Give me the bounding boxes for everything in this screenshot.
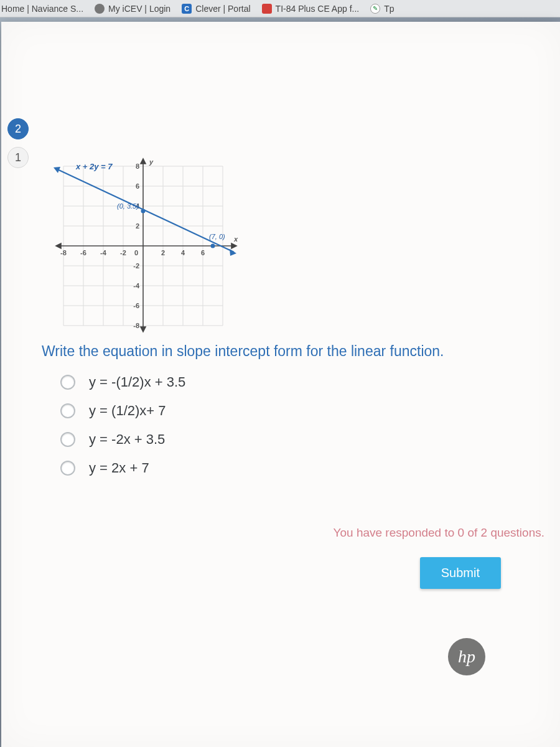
bookmark-label: Tp: [384, 4, 394, 14]
bookmark-ti84[interactable]: TI-84 Plus CE App f...: [262, 4, 360, 14]
icev-icon: [95, 4, 105, 14]
clever-icon: C: [182, 4, 192, 14]
radio-icon[interactable]: [60, 461, 75, 476]
point-0-3p5: [141, 209, 146, 214]
radio-icon[interactable]: [60, 403, 75, 418]
graph-svg: -8 -6 -4 -2 0 2 4 6 8 6 4 2 -2 -4 -6 -8 …: [50, 156, 249, 336]
radio-icon[interactable]: [60, 375, 75, 390]
bookmark-label: Home | Naviance S...: [1, 4, 83, 14]
bookmark-icev[interactable]: My iCEV | Login: [95, 4, 170, 14]
svg-marker-19: [141, 327, 146, 332]
bookmarks-bar: Home | Naviance S... My iCEV | Login C C…: [0, 0, 560, 17]
bookmark-clever[interactable]: C Clever | Portal: [182, 4, 250, 14]
choice-label: y = 2x + 7: [89, 460, 149, 476]
choice-d[interactable]: y = 2x + 7: [60, 460, 185, 476]
svg-marker-16: [231, 243, 236, 248]
tick-x: 0: [134, 249, 138, 256]
tick-x: -4: [100, 249, 107, 256]
tick-x: 2: [161, 249, 165, 256]
svg-marker-17: [56, 243, 61, 248]
equation-label: x + 2y = 7: [75, 162, 113, 171]
ti84-icon: [262, 4, 272, 14]
tick-x: -6: [80, 249, 86, 256]
bookmark-label: Clever | Portal: [195, 4, 250, 14]
answer-choices: y = -(1/2)x + 3.5 y = (1/2)x+ 7 y = -2x …: [60, 374, 185, 476]
y-axis-label: y: [149, 158, 154, 166]
bookmark-tp[interactable]: ✎ Tp: [370, 4, 394, 14]
tick-y: -2: [133, 262, 139, 270]
graph: -8 -6 -4 -2 0 2 4 6 8 6 4 2 -2 -4 -6 -8 …: [50, 156, 249, 336]
point-label: (7, 0): [209, 233, 225, 240]
svg-marker-18: [141, 159, 146, 164]
submit-button[interactable]: Submit: [420, 557, 501, 589]
tp-icon: ✎: [370, 4, 380, 14]
response-status: You have responded to 0 of 2 questions.: [334, 526, 544, 540]
choice-a[interactable]: y = -(1/2)x + 3.5: [60, 374, 185, 390]
tick-y: -4: [133, 282, 140, 289]
choice-b[interactable]: y = (1/2)x+ 7: [60, 403, 185, 419]
question-nav-2[interactable]: 2: [7, 118, 29, 139]
tick-x: -8: [60, 249, 67, 256]
choice-label: y = -(1/2)x + 3.5: [89, 374, 185, 390]
choice-label: y = -2x + 3.5: [89, 431, 165, 448]
tick-y: 2: [136, 222, 139, 230]
question-prompt: Write the equation in slope intercept fo…: [42, 343, 548, 360]
tick-y: 6: [136, 182, 139, 190]
tick-y: -8: [133, 322, 139, 329]
bookmark-label: My iCEV | Login: [108, 4, 170, 14]
radio-icon[interactable]: [60, 432, 75, 447]
choice-label: y = (1/2)x+ 7: [89, 403, 166, 419]
svg-marker-21: [230, 249, 236, 256]
tick-x: 4: [181, 249, 185, 256]
hp-logo: hp: [448, 638, 485, 675]
bookmark-label: TI-84 Plus CE App f...: [276, 4, 360, 14]
tick-x: -2: [120, 249, 126, 256]
bookmark-naviance[interactable]: Home | Naviance S...: [0, 4, 83, 14]
tick-x: 6: [201, 249, 205, 256]
point-7-0: [211, 244, 215, 248]
question-card: 2 1: [1, 22, 560, 747]
question-nav: 2 1: [7, 118, 29, 168]
x-axis-label: x: [233, 235, 238, 243]
choice-c[interactable]: y = -2x + 3.5: [60, 431, 185, 448]
question-nav-1[interactable]: 1: [7, 147, 29, 168]
point-label: (0, 3.5): [117, 202, 139, 210]
tick-y: 8: [136, 162, 139, 170]
tick-y: -6: [133, 302, 139, 309]
